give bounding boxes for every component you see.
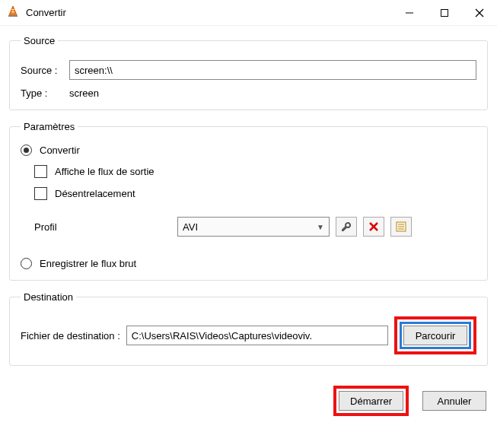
source-group: Source Source : Type : screen [9, 35, 488, 110]
highlight-red: Parcourir [394, 316, 476, 354]
highlight-blue: Parcourir [400, 322, 471, 349]
new-profile-button[interactable] [390, 217, 412, 237]
checkbox-unchecked-icon [34, 187, 47, 200]
dest-file-input[interactable] [126, 326, 388, 345]
browse-button[interactable]: Parcourir [403, 326, 467, 345]
source-legend: Source [21, 35, 58, 46]
start-button[interactable]: Démarrer [339, 391, 403, 411]
source-input[interactable] [69, 60, 476, 80]
titlebar: Convertir [0, 0, 497, 26]
list-icon [395, 221, 407, 233]
wrench-icon [340, 221, 352, 233]
svg-marker-0 [9, 6, 17, 15]
type-label: Type : [21, 87, 69, 99]
cancel-button[interactable]: Annuler [422, 391, 486, 411]
checkbox-unchecked-icon [34, 165, 47, 178]
close-button[interactable] [462, 0, 497, 26]
highlight-red: Démarrer [333, 386, 409, 416]
record-radio[interactable]: Enregistrer le flux brut [21, 258, 476, 269]
edit-profile-button[interactable] [336, 217, 357, 237]
profile-value: AVI [183, 221, 198, 233]
radio-unselected-icon [21, 258, 32, 269]
svg-rect-2 [12, 11, 14, 12]
params-legend: Paramètres [21, 121, 78, 132]
app-icon [6, 5, 20, 21]
svg-rect-3 [8, 15, 18, 17]
chevron-down-icon: ▼ [317, 223, 324, 231]
x-icon [368, 221, 379, 232]
show-output-label: Affiche le flux de sortie [55, 166, 155, 177]
minimize-button[interactable] [392, 0, 427, 26]
show-output-checkbox[interactable]: Affiche le flux de sortie [34, 165, 476, 178]
svg-rect-1 [12, 9, 14, 10]
delete-profile-button[interactable] [363, 217, 384, 237]
record-radio-label: Enregistrer le flux brut [40, 258, 136, 269]
maximize-button[interactable] [427, 0, 462, 26]
convert-radio-label: Convertir [40, 145, 80, 156]
deinterlace-checkbox[interactable]: Désentrelacement [34, 187, 476, 200]
deinterlace-label: Désentrelacement [55, 188, 135, 199]
dest-file-label: Fichier de destination : [21, 330, 120, 342]
profile-label: Profil [34, 221, 171, 233]
svg-rect-5 [441, 9, 448, 16]
destination-group: Destination Fichier de destination : Par… [9, 291, 488, 366]
type-value: screen [69, 87, 99, 99]
source-label: Source : [21, 65, 69, 76]
convert-radio[interactable]: Convertir [21, 145, 476, 156]
destination-legend: Destination [21, 291, 76, 303]
params-group: Paramètres Convertir Affiche le flux de … [9, 121, 488, 281]
window-title: Convertir [26, 7, 392, 18]
radio-selected-icon [21, 145, 32, 156]
profile-select[interactable]: AVI ▼ [177, 217, 330, 237]
